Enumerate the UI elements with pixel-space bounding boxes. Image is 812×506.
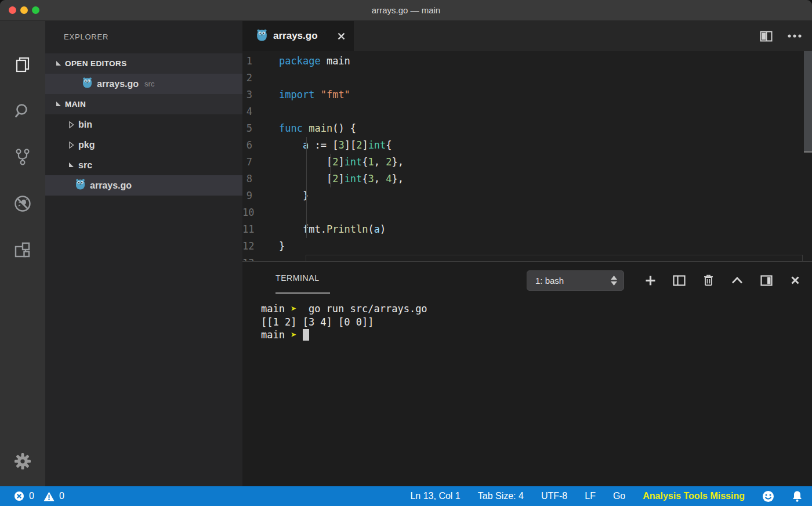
- go-gopher-file-icon: [82, 77, 92, 91]
- status-item-ln-13-col-1[interactable]: Ln 13, Col 1: [410, 491, 460, 501]
- section-expanded-twistie-icon: [55, 101, 63, 108]
- error-count: 0: [29, 491, 34, 501]
- open-editor-item-arrays-go[interactable]: arrays.go src: [45, 74, 242, 94]
- open-editors-label: OPEN EDITORS: [65, 59, 127, 68]
- problems-indicator[interactable]: 0 0: [0, 491, 69, 501]
- activity-bar: [0, 21, 45, 486]
- feedback-smiley-icon[interactable]: [762, 490, 774, 503]
- code-line: 8 [2]int{3, 4},: [242, 171, 812, 187]
- indent-guide: [330, 154, 331, 187]
- split-editor-icon[interactable]: [760, 31, 773, 42]
- folder-section-label: MAIN: [65, 100, 86, 109]
- status-item-utf-8[interactable]: UTF-8: [541, 491, 567, 501]
- title-bar: arrays.go — main: [0, 0, 812, 21]
- warning-count: 0: [59, 491, 64, 501]
- go-gopher-file-icon: [256, 29, 267, 44]
- debug-icon[interactable]: [0, 180, 45, 227]
- terminal-line: main ➤ go run src/arrays.go: [261, 302, 812, 316]
- section-expanded-twistie-icon: [55, 60, 63, 67]
- code-editor[interactable]: 1package main23import "fmt"45func main()…: [242, 51, 812, 261]
- terminal-cursor: [303, 329, 309, 341]
- status-bar-right: Ln 13, Col 1Tab Size: 4UTF-8LFGoAnalysis…: [410, 490, 812, 503]
- tab-label: arrays.go: [273, 30, 318, 42]
- terminal-shell-selector[interactable]: 1: bash: [527, 270, 624, 291]
- tree-item-pkg[interactable]: pkg: [45, 135, 242, 155]
- code-line: 12}: [242, 238, 812, 255]
- code-line: 11 fmt.Println(a): [242, 221, 812, 238]
- select-updown-arrows-icon: [611, 276, 617, 285]
- terminal-line: [[1 2] [3 4] [0 0]]: [261, 316, 812, 329]
- code-line: 5func main() {: [242, 120, 812, 137]
- terminal-actions: [642, 270, 803, 290]
- kill-terminal-trash-icon[interactable]: [700, 270, 716, 290]
- terminal-header: TERMINAL 1: bash: [242, 262, 812, 295]
- split-terminal-icon[interactable]: [671, 270, 687, 290]
- expanded-twistie-icon: [67, 162, 75, 169]
- editor-area: arrays.go: [242, 21, 812, 486]
- terminal-output[interactable]: main ➤ go run src/arrays.go[[1 2] [3 4] …: [242, 295, 812, 342]
- extensions-icon[interactable]: [0, 227, 45, 273]
- tree-item-arrays-go[interactable]: arrays.go: [45, 175, 242, 196]
- status-item-go[interactable]: Go: [613, 491, 625, 501]
- code-line: 4: [242, 103, 812, 120]
- code-line: 9 }: [242, 187, 812, 204]
- tree-item-bin[interactable]: bin: [45, 114, 242, 135]
- code-line: 1package main: [242, 53, 812, 70]
- more-actions-icon[interactable]: [788, 34, 802, 38]
- code-line: 2: [242, 70, 812, 86]
- tree-item-label: pkg: [78, 140, 95, 150]
- code-line: 7 [2]int{1, 2},: [242, 154, 812, 171]
- editor-tab-bar: arrays.go: [242, 21, 812, 51]
- tab-close-icon[interactable]: [337, 32, 346, 41]
- status-bar: 0 0 Ln 13, Col 1Tab Size: 4UTF-8LFGoAnal…: [0, 486, 812, 506]
- tree-item-src[interactable]: src: [45, 155, 242, 175]
- close-panel-icon[interactable]: [787, 270, 803, 290]
- search-icon[interactable]: [0, 88, 45, 134]
- line-number: 5: [242, 120, 279, 137]
- error-icon: [14, 491, 24, 501]
- status-item-tab-size-4[interactable]: Tab Size: 4: [478, 491, 524, 501]
- code-lines: 1package main23import "fmt"45func main()…: [242, 53, 812, 261]
- panel-position-icon[interactable]: [758, 270, 774, 290]
- folder-section-header-main[interactable]: MAIN: [45, 94, 242, 114]
- window-title: arrays.go — main: [0, 0, 812, 21]
- line-number: 7: [242, 154, 279, 171]
- terminal-tab[interactable]: TERMINAL: [276, 273, 320, 283]
- line-number: 4: [242, 103, 279, 120]
- terminal-shell-value: 1: bash: [527, 276, 564, 285]
- explorer-icon[interactable]: [0, 41, 45, 88]
- line-number: 8: [242, 171, 279, 187]
- indent-guide: [306, 137, 307, 238]
- maximize-panel-chevron-icon[interactable]: [729, 270, 745, 290]
- new-terminal-icon[interactable]: [642, 270, 658, 290]
- line-number: 9: [242, 187, 279, 204]
- settings-gear-icon[interactable]: [0, 451, 45, 472]
- line-number: 10: [242, 204, 279, 221]
- status-item-analysis-tools-missing[interactable]: Analysis Tools Missing: [643, 491, 745, 501]
- editor-vertical-scrollbar[interactable]: [804, 51, 812, 153]
- line-number: 1: [242, 53, 279, 70]
- open-editor-file-name: arrays.go: [97, 79, 139, 89]
- tab-arrays-go[interactable]: arrays.go: [242, 21, 354, 51]
- line-number: 2: [242, 70, 279, 86]
- terminal-line: main ➤: [261, 328, 812, 342]
- current-line-highlight: [306, 255, 803, 261]
- notifications-bell-icon[interactable]: [792, 490, 803, 503]
- line-number: 12: [242, 238, 279, 255]
- line-number: 3: [242, 86, 279, 103]
- collapsed-twistie-icon: [67, 141, 75, 149]
- collapsed-twistie-icon: [67, 121, 75, 129]
- code-line: 3import "fmt": [242, 86, 812, 103]
- code-line: 10: [242, 204, 812, 221]
- line-number: 6: [242, 137, 279, 154]
- vscode-window: arrays.go — main: [0, 0, 812, 506]
- terminal-panel: TERMINAL 1: bash: [242, 261, 812, 486]
- files-icon: [14, 56, 31, 73]
- source-control-icon[interactable]: [0, 134, 45, 180]
- open-editors-section-header[interactable]: OPEN EDITORS: [45, 53, 242, 74]
- line-number: 11: [242, 221, 279, 238]
- go-gopher-file-icon: [75, 179, 85, 192]
- line-number: 13: [242, 255, 279, 261]
- explorer-sidebar: EXPLORER OPEN EDITORS: [45, 21, 242, 486]
- status-item-lf[interactable]: LF: [585, 491, 596, 501]
